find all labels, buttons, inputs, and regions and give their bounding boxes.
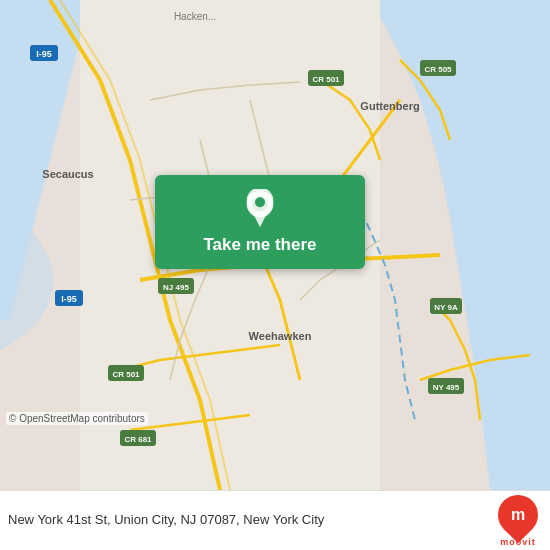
map-area: I-95 I-95 CR 501 CR 505 CR 501 CR 681 NJ…: [0, 0, 550, 490]
svg-text:CR 501: CR 501: [112, 370, 140, 379]
copyright-notice: © OpenStreetMap contributors: [6, 412, 148, 425]
footer: New York 41st St, Union City, NJ 07087, …: [0, 490, 550, 550]
svg-text:CR 681: CR 681: [124, 435, 152, 444]
svg-point-25: [255, 197, 265, 207]
svg-text:Hacken...: Hacken...: [174, 11, 216, 22]
svg-text:Guttenberg: Guttenberg: [360, 100, 419, 112]
svg-text:Weehawken: Weehawken: [249, 330, 312, 342]
location-pin-icon: [240, 189, 280, 229]
svg-text:CR 501: CR 501: [312, 75, 340, 84]
svg-text:NY 495: NY 495: [433, 383, 460, 392]
svg-text:Secaucus: Secaucus: [42, 168, 93, 180]
cta-button-label: Take me there: [203, 235, 316, 255]
moovit-letter: m: [511, 506, 525, 524]
moovit-icon: m: [490, 486, 547, 543]
svg-text:NJ 495: NJ 495: [163, 283, 189, 292]
take-me-there-button[interactable]: Take me there: [155, 175, 365, 269]
address-text: New York 41st St, Union City, NJ 07087, …: [8, 512, 498, 529]
svg-text:I-95: I-95: [61, 294, 77, 304]
svg-text:CR 505: CR 505: [424, 65, 452, 74]
moovit-logo: m moovit: [498, 495, 538, 547]
svg-text:I-95: I-95: [36, 49, 52, 59]
svg-text:NY 9A: NY 9A: [434, 303, 458, 312]
